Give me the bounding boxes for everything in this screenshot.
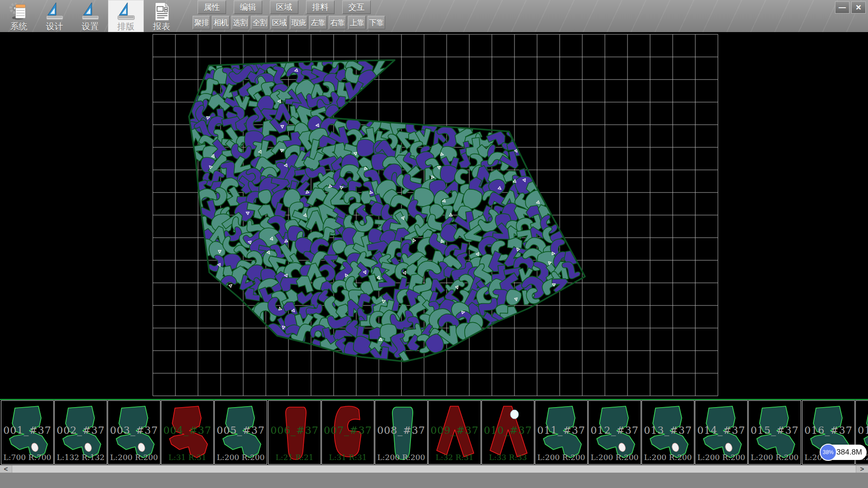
menu-row-2: 聚排相机选割全割区域瑕疵左靠右靠上靠下靠 <box>193 16 387 29</box>
part-thumbnail-5[interactable]: 005_#37L:200 R:200 <box>214 400 267 465</box>
part-name: 011_#37 <box>535 425 587 436</box>
part-thumbnail-12[interactable]: 012_#37L:200 R:200 <box>588 400 641 465</box>
window-controls: — ✕ <box>835 1 866 14</box>
part-name: 010_#37 <box>482 425 534 436</box>
application-window: 系统设计设置排版报表 属性编辑区域排料交互 聚排相机选割全割区域瑕疵左靠右靠上靠… <box>0 0 868 488</box>
part-lr-count: L:132 R:132 <box>55 453 107 462</box>
nav-tab-label: 报表 <box>153 22 170 31</box>
part-name: 012_#37 <box>589 425 641 436</box>
part-lr-count: L:31 R:31 <box>322 453 374 462</box>
status-badge: 38% 384.8M <box>820 444 867 462</box>
nav-tab-design[interactable]: 设计 <box>37 0 72 32</box>
report-doc-icon <box>151 1 172 22</box>
menu-item-select-cut[interactable]: 选割 <box>231 16 249 29</box>
nav-tab-settings[interactable]: 设置 <box>72 0 108 32</box>
menu-item-interact[interactable]: 交互 <box>342 0 371 14</box>
part-name: 005_#37 <box>215 425 267 436</box>
nav-tab-label: 设置 <box>82 22 99 31</box>
nav-tab-bar: 系统设计设置排版报表 <box>1 0 179 32</box>
menu-item-defect[interactable]: 瑕疵 <box>290 16 307 29</box>
menu-item-snap-up[interactable]: 上靠 <box>348 16 366 29</box>
part-name: 014_#37 <box>695 425 747 436</box>
memory-value: 384.8M <box>836 448 862 457</box>
menu-item-region[interactable]: 区域 <box>270 0 298 14</box>
part-name: 007_#37 <box>322 425 374 436</box>
part-thumbnail-11[interactable]: 011_#37L:200 R:200 <box>535 400 588 465</box>
part-thumbnail-14[interactable]: 014_#37L:200 R:200 <box>695 400 748 465</box>
part-lr-count: L:200 R:200 <box>535 453 587 462</box>
part-name: 008_#37 <box>375 425 427 436</box>
menu-row-1: 属性编辑区域排料交互 <box>198 0 387 14</box>
horizontal-scrollbar[interactable]: < > <box>0 465 868 473</box>
scroll-left-arrow-icon[interactable]: < <box>0 465 12 473</box>
part-lr-count: L:200 R:200 <box>589 453 641 462</box>
triangle-ruler-icon <box>116 1 137 22</box>
menu-item-snap-down[interactable]: 下靠 <box>368 16 385 29</box>
part-lr-count: L:200 R:200 <box>749 453 801 462</box>
toolbar: 系统设计设置排版报表 属性编辑区域排料交互 聚排相机选割全割区域瑕疵左靠右靠上靠… <box>0 0 868 32</box>
part-thumbnail-3[interactable]: 003_#37L:200 R:200 <box>108 400 160 465</box>
part-name: 003_#37 <box>108 425 160 436</box>
menu-item-properties[interactable]: 属性 <box>198 0 226 14</box>
part-lr-count: L:21 R:21 <box>269 453 321 462</box>
minimize-button[interactable]: — <box>835 1 849 14</box>
part-thumbnail-strip: 001_#37L:700 R:700002_#37L:132 R:132003_… <box>0 400 868 465</box>
menu-item-cut-all[interactable]: 全割 <box>251 16 269 29</box>
part-thumbnail-10[interactable]: 010_#37L:33 R:33 <box>481 400 534 465</box>
scroll-right-arrow-icon[interactable]: > <box>856 465 868 473</box>
part-thumbnail-8[interactable]: 008_#37L:200 R:200 <box>375 400 428 465</box>
part-thumbnail-2[interactable]: 002_#37L:132 R:132 <box>54 400 107 465</box>
part-name: 001_#37 <box>1 425 53 436</box>
part-name: 016_#37 <box>802 425 854 436</box>
part-lr-count: L:200 R:200 <box>375 453 427 462</box>
part-lr-count: L:200 R:200 <box>108 453 160 462</box>
part-name: 013_#37 <box>642 425 694 436</box>
progress-percent: 38% <box>820 444 837 461</box>
menu-item-camera[interactable]: 相机 <box>212 16 230 29</box>
part-lr-count: L:31 R:31 <box>161 453 213 462</box>
nesting-canvas[interactable] <box>0 32 868 399</box>
close-button[interactable]: ✕ <box>851 1 866 14</box>
part-name: 006_#37 <box>269 425 321 436</box>
part-name: 009_#37 <box>429 425 481 436</box>
nested-parts <box>182 52 585 372</box>
system-gear-icon <box>9 1 29 22</box>
part-thumbnail-15[interactable]: 015_#37L:200 R:200 <box>748 400 801 465</box>
canvas-drawing <box>0 32 868 399</box>
part-thumbnail-6[interactable]: 006_#37L:21 R:21 <box>268 400 321 465</box>
menu-item-snap-right[interactable]: 右靠 <box>329 16 346 29</box>
part-lr-count: L:700 R:700 <box>1 453 53 462</box>
part-thumbnail-4[interactable]: 004_#37L:31 R:31 <box>161 400 214 465</box>
part-thumbnail-9[interactable]: 009_#37L:32 R:31 <box>428 400 481 465</box>
nav-tab-label: 排版 <box>118 22 135 31</box>
part-name: 002_#37 <box>55 425 107 436</box>
part-thumbnail-7[interactable]: 007_#37L:31 R:31 <box>321 400 374 465</box>
part-lr-count: L:32 R:31 <box>429 453 481 462</box>
part-lr-count: L:200 R:200 <box>695 453 747 462</box>
part-name: 004_#37 <box>161 425 213 436</box>
triangle-ruler-icon <box>44 1 65 22</box>
part-name: 015_#37 <box>749 425 801 436</box>
part-lr-count: L:200 R:200 <box>642 453 694 462</box>
menu-item-nest[interactable]: 排料 <box>306 0 335 14</box>
nav-tab-label: 系统 <box>10 22 28 31</box>
part-lr-count: L:33 R:33 <box>482 453 534 462</box>
menu-item-region[interactable]: 区域 <box>270 16 288 29</box>
nav-tab-system[interactable]: 系统 <box>1 0 37 32</box>
nav-tab-report[interactable]: 报表 <box>144 0 179 32</box>
part-lr-count: L:200 R:200 <box>215 453 267 462</box>
menu-item-edit[interactable]: 编辑 <box>234 0 262 14</box>
menu-item-cluster-nest[interactable]: 聚排 <box>193 16 210 29</box>
nav-tab-label: 设计 <box>46 22 63 31</box>
menu-area: 属性编辑区域排料交互 聚排相机选割全割区域瑕疵左靠右靠上靠下靠 <box>193 0 387 29</box>
nav-tab-nesting[interactable]: 排版 <box>108 0 144 32</box>
menu-item-snap-left[interactable]: 左靠 <box>309 16 327 29</box>
part-name: 017_#37 <box>856 425 868 436</box>
status-bar <box>0 473 868 488</box>
part-thumbnail-1[interactable]: 001_#37L:700 R:700 <box>1 400 54 465</box>
triangle-ruler-icon <box>80 1 101 22</box>
part-thumbnail-13[interactable]: 013_#37L:200 R:200 <box>642 400 694 465</box>
